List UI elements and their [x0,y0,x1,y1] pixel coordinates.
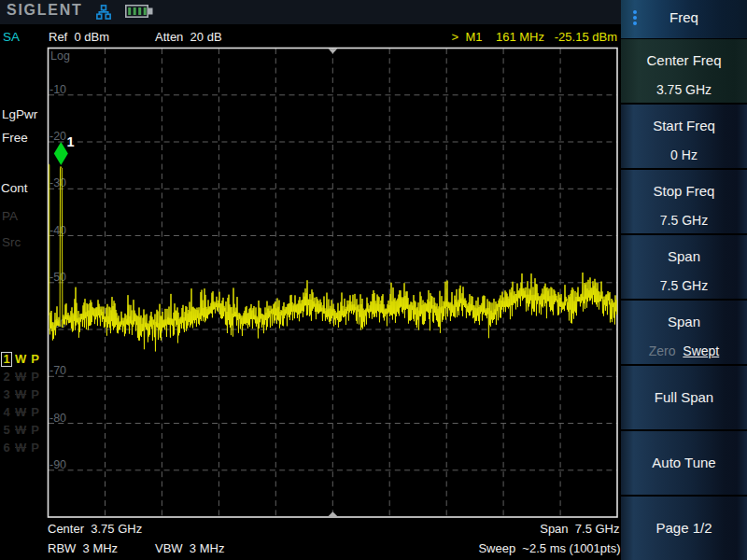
svg-text:1: 1 [67,134,75,149]
svg-text:-70: -70 [49,364,66,377]
svg-text:-50: -50 [49,271,66,284]
svg-text:-80: -80 [49,412,66,425]
svg-text:-20: -20 [49,130,66,143]
svg-text:Log: Log [50,49,70,63]
svg-text:-10: -10 [49,83,66,96]
svg-text:-30: -30 [49,176,66,189]
svg-text:-90: -90 [49,458,66,471]
svg-text:-40: -40 [49,224,66,237]
